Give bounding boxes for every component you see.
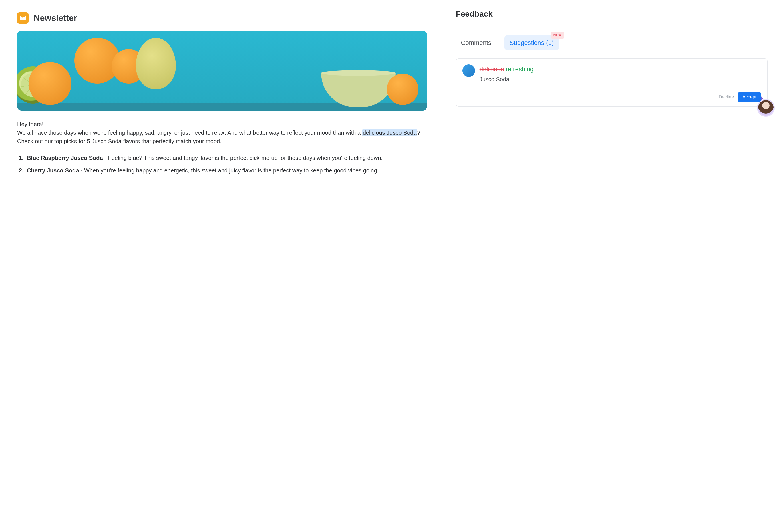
suggestion-diff: delicious refreshing — [480, 64, 761, 74]
greeting-text: Hey there! — [17, 121, 44, 127]
feedback-tabs: Comments Suggestions (1) NEW — [456, 35, 768, 50]
picks-list: Blue Raspberry Jusco Soda - Feeling blue… — [17, 154, 427, 175]
tab-comments[interactable]: Comments — [456, 35, 496, 50]
tab-suggestions[interactable]: Suggestions (1) NEW — [504, 35, 559, 50]
app-root: Newsletter Hey there! We all have those … — [0, 0, 779, 532]
intro-text-before: We all have those days when we're feelin… — [17, 130, 362, 136]
suggestion-card[interactable]: delicious refreshing Jusco Soda Decline … — [456, 58, 768, 107]
feedback-panel: Feedback Comments Suggestions (1) NEW de… — [444, 0, 779, 532]
suggestion-context: Jusco Soda — [480, 75, 761, 83]
feedback-title: Feedback — [456, 8, 768, 20]
mail-icon — [17, 12, 28, 24]
avatar — [463, 64, 475, 77]
pick-desc: - When you're feeling happy and energeti… — [79, 167, 379, 174]
highlighted-phrase[interactable]: delicious Jusco Soda — [362, 129, 417, 136]
feedback-header: Feedback — [444, 0, 779, 27]
list-item[interactable]: Cherry Jusco Soda - When you're feeling … — [25, 166, 427, 175]
tab-suggestions-label: Suggestions (1) — [510, 39, 554, 46]
pick-name: Cherry Jusco Soda — [27, 167, 79, 174]
added-text: refreshing — [505, 65, 534, 73]
page-title: Newsletter — [34, 11, 77, 24]
document-editor: Newsletter Hey there! We all have those … — [0, 0, 444, 532]
new-badge: NEW — [551, 32, 564, 39]
suggestion-actions: Decline Accept — [463, 92, 761, 102]
body-paragraph[interactable]: Hey there! We all have those days when w… — [17, 120, 427, 145]
feedback-body: Comments Suggestions (1) NEW delicious r… — [444, 27, 779, 115]
removed-text: delicious — [480, 65, 504, 73]
decline-button[interactable]: Decline — [719, 95, 734, 100]
hero-image — [17, 31, 427, 111]
pick-desc: - Feeling blue? This sweet and tangy fla… — [103, 155, 383, 161]
collaborator-avatar — [757, 99, 775, 117]
list-item[interactable]: Blue Raspberry Jusco Soda - Feeling blue… — [25, 154, 427, 162]
collaborator-cursor — [757, 96, 775, 117]
document-title-row: Newsletter — [17, 11, 427, 24]
pick-name: Blue Raspberry Jusco Soda — [27, 155, 103, 161]
